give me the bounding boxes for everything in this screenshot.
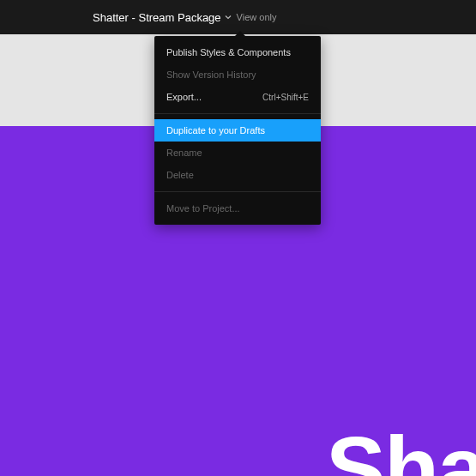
menu-item-move-project[interactable]: Move to Project... — [154, 197, 321, 220]
menu-item-duplicate[interactable]: Duplicate to your Drafts — [154, 119, 321, 142]
menu-item-publish[interactable]: Publish Styles & Components — [154, 41, 321, 63]
top-bar: Shatter - Stream Package View only — [0, 0, 476, 34]
menu-item-label: Delete — [166, 170, 194, 180]
chevron-down-icon[interactable] — [225, 14, 232, 21]
view-only-badge: View only — [237, 12, 277, 22]
menu-item-version-history[interactable]: Show Version History — [154, 63, 321, 86]
menu-item-rename[interactable]: Rename — [154, 142, 321, 164]
menu-item-label: Show Version History — [166, 69, 256, 80]
menu-divider — [154, 113, 321, 114]
document-context-menu: Publish Styles & Components Show Version… — [154, 36, 321, 225]
menu-divider — [154, 191, 321, 192]
menu-item-label: Duplicate to your Drafts — [166, 125, 265, 136]
document-title[interactable]: Shatter - Stream Package — [93, 11, 221, 24]
menu-item-shortcut: Ctrl+Shift+E — [262, 93, 309, 102]
menu-item-delete[interactable]: Delete — [154, 164, 321, 186]
menu-item-label: Move to Project... — [166, 203, 240, 214]
menu-item-label: Export... — [166, 92, 202, 102]
menu-item-label: Publish Styles & Components — [166, 47, 291, 57]
menu-item-export[interactable]: Export... Ctrl+Shift+E — [154, 86, 321, 108]
menu-item-label: Rename — [166, 148, 202, 158]
headline-text: Sha — [326, 418, 476, 476]
